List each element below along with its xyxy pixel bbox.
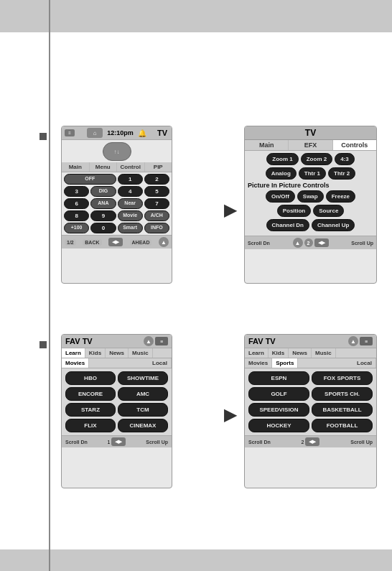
- fav3-btn-encore[interactable]: ENCORE: [65, 387, 116, 401]
- btn-ch-up[interactable]: Channel Up: [312, 219, 355, 231]
- btn-43[interactable]: 4:3: [335, 153, 355, 165]
- btn-thtr2[interactable]: Thtr 2: [328, 167, 355, 180]
- fav4-title: FAV TV: [248, 337, 276, 345]
- fav4-btn-golf[interactable]: GOLF: [248, 387, 309, 401]
- nav-arrows[interactable]: ◀▶: [108, 238, 123, 246]
- fav4-tab-news[interactable]: News: [289, 348, 312, 358]
- fav4-tab-music[interactable]: Music: [312, 348, 336, 358]
- btn-pip-freeze[interactable]: Freeze: [326, 190, 355, 203]
- r1-menu-btn[interactable]: ≡: [65, 129, 75, 136]
- btn-dig[interactable]: DIG: [90, 186, 116, 197]
- r2-body: Zoom 1 Zoom 2 4:3 Analog Thtr 1 Thtr 2 P…: [245, 151, 376, 236]
- fav3-btn-tcm[interactable]: TCM: [118, 403, 168, 417]
- fav4-tab-learn[interactable]: Learn: [245, 348, 269, 358]
- btn-zoom1[interactable]: Zoom 1: [266, 153, 298, 165]
- r1-tab-pip[interactable]: PIP: [145, 162, 172, 172]
- btn-pip-position[interactable]: Position: [277, 205, 312, 217]
- btn-near[interactable]: Near: [118, 198, 143, 209]
- r2-up-arrow[interactable]: ▲: [293, 238, 303, 248]
- btn-ahead[interactable]: AHEAD: [130, 239, 152, 246]
- fav4-btn-football[interactable]: FOOTBALL: [312, 419, 373, 432]
- btn-1[interactable]: 1: [118, 174, 143, 185]
- r2-scroll-up[interactable]: Scroll Up: [351, 241, 373, 246]
- fav3-btn-flix[interactable]: FLIX: [65, 419, 116, 432]
- fav4-btn-espn[interactable]: ESPN: [248, 371, 309, 385]
- fav4-btn-sportsch[interactable]: SPORTS CH.: [312, 387, 373, 401]
- fav4-tabs: Learn Kids News Music: [245, 348, 376, 358]
- oval-nav[interactable]: ↑↓: [103, 142, 131, 161]
- btn-plus100[interactable]: +100: [64, 223, 89, 233]
- btn-pip-onoff[interactable]: On/Off: [266, 190, 295, 203]
- fav3-scroll-up[interactable]: Scroll Up: [146, 440, 168, 445]
- btn-pip-source[interactable]: Source: [313, 205, 344, 217]
- fav3-up[interactable]: ▲: [144, 336, 154, 346]
- btn-0[interactable]: 0: [90, 223, 116, 233]
- r1-scroll-up[interactable]: ▲: [159, 237, 169, 247]
- fav3-scroll-dn[interactable]: Scroll Dn: [65, 440, 88, 445]
- btn-5[interactable]: 5: [144, 186, 169, 197]
- r1-tab-main[interactable]: Main: [62, 162, 90, 172]
- fav3-menu[interactable]: ≡: [155, 337, 168, 345]
- fav3-tab-movies[interactable]: Movies: [62, 358, 89, 368]
- btn-zoom2[interactable]: Zoom 2: [301, 153, 332, 165]
- section2-marker: [39, 341, 47, 348]
- fav3-btn-starz[interactable]: STARZ: [65, 403, 116, 417]
- btn-movie[interactable]: Movie: [118, 210, 143, 221]
- fav4-nav-arrows[interactable]: ◀▶: [305, 437, 319, 446]
- fav3-tab-news[interactable]: News: [106, 348, 129, 358]
- btn-7[interactable]: 7: [144, 198, 169, 209]
- fav3-btn-hbo[interactable]: HBO: [65, 371, 116, 385]
- r2-tab-controls[interactable]: Controls: [333, 140, 376, 150]
- footer-bar: [0, 549, 392, 571]
- r1-tab-control[interactable]: Control: [117, 162, 145, 172]
- fav3-btn-showtime[interactable]: SHOWTIME: [118, 371, 168, 385]
- r2-scroll-dn[interactable]: Scroll Dn: [248, 241, 270, 246]
- r2-tab-efx[interactable]: EFX: [289, 140, 332, 150]
- r1-bottom-nav: 1/2 BACK ◀▶ AHEAD ▲: [62, 235, 172, 249]
- btn-3[interactable]: 3: [64, 186, 89, 197]
- remote4-panel: FAV TV ▲ ≡ Learn Kids News Music Movies …: [244, 334, 377, 488]
- fav4-menu[interactable]: ≡: [360, 337, 373, 345]
- fav3-tabs: Learn Kids News Music: [62, 348, 172, 358]
- fav4-tab-movies[interactable]: Movies: [245, 358, 272, 368]
- fav4-tab-kids[interactable]: Kids: [269, 348, 289, 358]
- btn-thtr1[interactable]: Thtr 1: [299, 167, 326, 180]
- fav3-tab-kids[interactable]: Kids: [85, 348, 106, 358]
- btn-ach[interactable]: A/CH: [144, 210, 169, 221]
- fav3-tab-music[interactable]: Music: [129, 348, 153, 358]
- btn-off[interactable]: OFF: [64, 174, 116, 185]
- fav4-scroll-dn[interactable]: Scroll Dn: [248, 440, 271, 445]
- btn-2[interactable]: 2: [144, 174, 169, 185]
- fav3-btn-cinemax[interactable]: CINEMAX: [118, 419, 168, 432]
- r2-nav-arrows[interactable]: ◀▶: [314, 238, 329, 247]
- btn-8[interactable]: 8: [64, 210, 89, 221]
- r1-home-btn[interactable]: ⌂: [87, 128, 103, 138]
- btn-ch-dn[interactable]: Channel Dn: [266, 219, 309, 231]
- fav4-btn-hockey[interactable]: HOCKEY: [248, 419, 309, 432]
- fav3-grid: HBO SHOWTIME ENCORE AMC STARZ TCM FLIX C…: [62, 368, 172, 435]
- fav4-btn-basketball[interactable]: BASKETBALL: [312, 403, 373, 417]
- btn-ana[interactable]: ANA: [90, 198, 116, 209]
- fav4-btn-speedvision[interactable]: SPEEDVISION: [248, 403, 309, 417]
- fav4-btn-foxsports[interactable]: FOX SPORTS: [312, 371, 373, 385]
- fav4-tab-sports[interactable]: Sports: [272, 358, 298, 368]
- r1-tab-menu[interactable]: Menu: [90, 162, 118, 172]
- fav3-nav-arrows[interactable]: ◀▶: [111, 437, 126, 446]
- fav4-tab-local[interactable]: Local: [353, 358, 376, 368]
- btn-6[interactable]: 6: [64, 198, 89, 209]
- btn-pip-swap[interactable]: Swap: [297, 190, 324, 203]
- r2-row2: Analog Thtr 1 Thtr 2: [248, 167, 373, 180]
- btn-info[interactable]: INFO: [144, 223, 169, 233]
- fav3-btn-amc[interactable]: AMC: [118, 387, 168, 401]
- fav3-tab-local[interactable]: Local: [149, 358, 172, 368]
- fav4-up[interactable]: ▲: [348, 336, 358, 346]
- btn-4[interactable]: 4: [118, 186, 143, 197]
- btn-back[interactable]: BACK: [83, 239, 101, 246]
- btn-9[interactable]: 9: [90, 210, 116, 221]
- btn-12[interactable]: 1/2: [65, 239, 76, 246]
- btn-analog[interactable]: Analog: [266, 167, 297, 180]
- r2-tab-main[interactable]: Main: [245, 140, 289, 150]
- fav3-tab-learn[interactable]: Learn: [62, 348, 85, 358]
- fav4-scroll-up[interactable]: Scroll Up: [350, 440, 373, 445]
- btn-smart[interactable]: Smart: [118, 223, 143, 233]
